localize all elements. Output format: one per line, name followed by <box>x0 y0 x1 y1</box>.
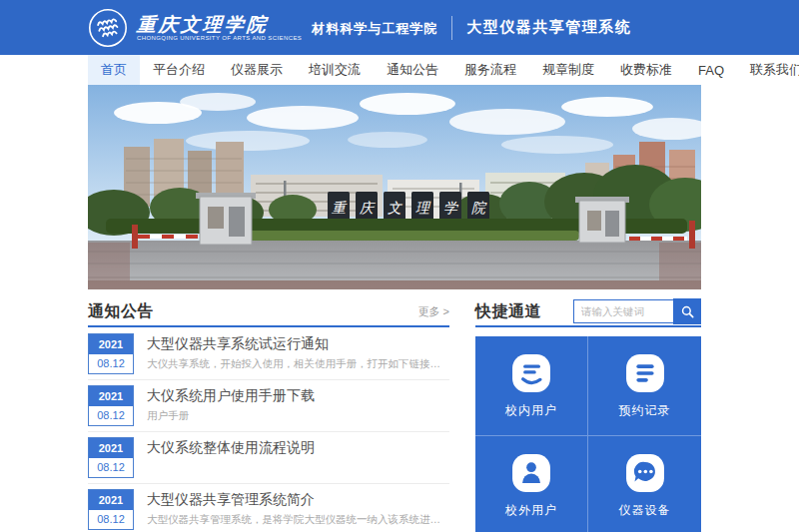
nav-item-training[interactable]: 培训交流 <box>296 55 374 85</box>
page-header: 重庆文理学院 CHONGQING UNIVERSITY OF ARTS AND … <box>0 0 799 55</box>
notice-title[interactable]: 大型仪器共享系统试运行通知 <box>147 334 449 352</box>
notice-summary: 大仪共享系统，开始投入使用，相关使用手册，打开如下链接即可下载学习。http:/… <box>147 357 449 370</box>
notice-list: 2021 08.12 大型仪器共享系统试运行通知 大仪共享系统，开始投入使用，相… <box>88 328 449 532</box>
notice-title[interactable]: 大仪系统用户使用手册下载 <box>147 386 449 404</box>
notice-day: 08.12 <box>89 510 133 529</box>
nav-item-regulations[interactable]: 规章制度 <box>529 55 607 85</box>
quick-link-external-users[interactable]: 校外用户 <box>475 436 588 532</box>
sign-char: 学 <box>443 200 459 216</box>
notice-day: 08.12 <box>89 458 133 477</box>
notice-summary: 大型仪器共享管理系统，是将学院大型仪器统一纳入该系统进行管理，以实现仪器的资源共… <box>147 513 449 526</box>
nav-item-platform-intro[interactable]: 平台介绍 <box>140 55 218 85</box>
quick-link-reservation-records[interactable]: 预约记录 <box>588 336 701 436</box>
nav-item-fees[interactable]: 收费标准 <box>607 55 685 85</box>
hand-list-icon <box>511 353 551 393</box>
notice-item[interactable]: 2021 08.12 大型仪器共享系统试运行通知 大仪共享系统，开始投入使用，相… <box>88 328 449 380</box>
notice-year: 2021 <box>89 334 133 354</box>
notice-day: 08.12 <box>89 354 133 373</box>
header-divider <box>451 16 452 40</box>
department-name: 材料科学与工程学院 <box>312 18 437 38</box>
search-input[interactable] <box>573 299 673 323</box>
campus-banner-image: 重 庆 文 理 学 院 <box>88 85 701 289</box>
system-title: 大型仪器共享管理系统 <box>466 18 631 37</box>
nav-item-faq[interactable]: FAQ <box>685 55 737 85</box>
notice-title[interactable]: 大仪系统整体使用流程说明 <box>147 438 449 456</box>
quick-link-label: 预约记录 <box>619 402 671 419</box>
sign-char: 理 <box>415 200 431 216</box>
notice-item[interactable]: 2021 08.12 大型仪器共享管理系统简介 大型仪器共享管理系统，是将学院大… <box>88 484 449 532</box>
search-bar <box>573 298 701 324</box>
quick-link-label: 仪器设备 <box>619 502 671 519</box>
notices-section: 通知公告 更多 > 2021 08.12 大型仪器共享系统试运行通知 大仪共享系… <box>88 297 449 532</box>
nav-item-service-process[interactable]: 服务流程 <box>451 55 529 85</box>
notices-more-link[interactable]: 更多 > <box>418 304 449 319</box>
quick-channel-section: 快捷通道 <box>475 297 701 532</box>
quick-link-instruments[interactable]: 仪器设备 <box>588 436 701 532</box>
quick-channel-title: 快捷通道 <box>475 301 541 322</box>
notices-title: 通知公告 <box>88 301 154 322</box>
sign-char: 重 <box>332 200 348 216</box>
notice-item[interactable]: 2021 08.12 大仪系统整体使用流程说明 <box>88 432 449 484</box>
magnifier-icon <box>681 305 694 318</box>
university-name-block: 重庆文理学院 CHONGQING UNIVERSITY OF ARTS AND … <box>137 14 302 41</box>
quick-channel-panel: 校内用户 预约记录 校外用 <box>475 336 701 532</box>
notice-year: 2021 <box>89 386 133 406</box>
chat-dots-icon <box>625 453 665 493</box>
nav-item-home[interactable]: 首页 <box>88 55 140 85</box>
sign-char: 院 <box>471 200 487 216</box>
nav-item-contact[interactable]: 联系我们 <box>737 55 799 85</box>
user-icon <box>511 453 551 493</box>
sign-char: 庆 <box>359 200 376 216</box>
sign-char: 文 <box>388 200 403 216</box>
quick-link-internal-users[interactable]: 校内用户 <box>475 336 588 436</box>
notice-year: 2021 <box>89 438 133 458</box>
campus-photo-illustration: 重 庆 文 理 学 院 <box>88 85 701 289</box>
main-nav: 首页 平台介绍 仪器展示 培训交流 通知公告 服务流程 规章制度 收费标准 FA… <box>0 55 799 85</box>
university-emblem-icon <box>88 8 128 48</box>
notice-item[interactable]: 2021 08.12 大仪系统用户使用手册下载 用户手册 <box>88 380 449 432</box>
notice-title[interactable]: 大型仪器共享管理系统简介 <box>147 490 449 508</box>
notice-date-badge: 2021 08.12 <box>88 385 134 426</box>
university-name: 重庆文理学院 <box>136 14 303 35</box>
list-icon <box>625 353 665 393</box>
notice-day: 08.12 <box>89 406 133 425</box>
nav-item-notices[interactable]: 通知公告 <box>374 55 451 85</box>
quick-link-label: 校内用户 <box>505 402 557 419</box>
quick-link-label: 校外用户 <box>505 502 557 519</box>
notice-summary: 用户手册 <box>147 409 449 422</box>
notice-date-badge: 2021 08.12 <box>88 333 134 374</box>
search-button[interactable] <box>673 298 701 324</box>
notice-date-badge: 2021 08.12 <box>88 437 134 478</box>
main-content: 通知公告 更多 > 2021 08.12 大型仪器共享系统试运行通知 大仪共享系… <box>88 297 701 532</box>
nav-item-instrument-display[interactable]: 仪器展示 <box>218 55 296 85</box>
notice-year: 2021 <box>89 490 133 510</box>
university-name-en: CHONGQING UNIVERSITY OF ARTS AND SCIENCE… <box>137 35 302 41</box>
notice-date-badge: 2021 08.12 <box>88 489 134 530</box>
